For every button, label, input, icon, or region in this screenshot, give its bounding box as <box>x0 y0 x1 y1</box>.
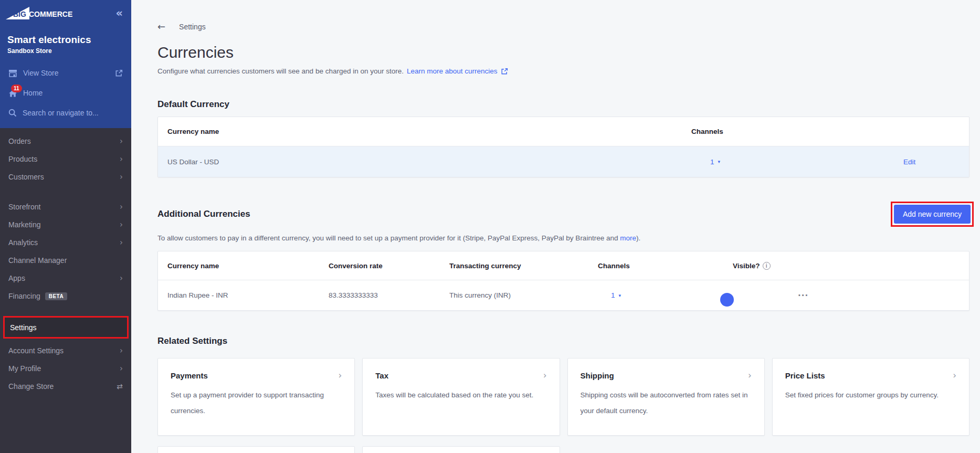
channels-dropdown[interactable]: 1 ▾ <box>710 158 720 166</box>
chevron-right-icon: › <box>338 370 342 381</box>
caret-down-icon: ▾ <box>619 293 621 298</box>
related-card-tax[interactable]: Tax › Taxes will be calculated based on … <box>362 358 560 436</box>
additional-currencies-description: To allow customers to pay in a different… <box>157 234 970 242</box>
search-input[interactable] <box>23 109 112 117</box>
page-description: Configure what currencies customers will… <box>157 67 404 75</box>
menu-label: Channel Manager <box>8 256 67 265</box>
card-description: Shipping costs will be autoconverted fro… <box>581 387 752 418</box>
breadcrumb-settings[interactable]: Settings <box>179 23 206 31</box>
related-card-stub[interactable] <box>362 446 560 453</box>
sidebar: BIG COMMERCE « Smart electronics Sandbox… <box>0 0 131 453</box>
breadcrumb: ← Settings <box>157 21 970 32</box>
related-card-stub[interactable] <box>157 446 355 453</box>
sidebar-item-marketing[interactable]: Marketing › <box>0 216 131 234</box>
chevron-right-icon: › <box>543 370 547 381</box>
store-name: Smart electronics <box>0 20 131 46</box>
sidebar-item-financing[interactable]: Financing BETA <box>0 287 131 305</box>
sidebar-item-orders[interactable]: Orders › <box>0 132 131 150</box>
chevron-right-icon: › <box>120 154 123 164</box>
sidebar-item-account-settings[interactable]: Account Settings › <box>0 342 131 360</box>
chevron-right-icon: › <box>120 364 123 373</box>
overflow-menu-icon[interactable]: ··· <box>791 291 808 300</box>
menu-label: Analytics <box>8 238 38 247</box>
column-header-conversion-rate: Conversion rate <box>329 262 449 270</box>
sidebar-item-products[interactable]: Products › <box>0 150 131 168</box>
toggle-knob <box>720 293 734 307</box>
column-header-currency-name: Currency name <box>158 262 329 270</box>
sidebar-search[interactable] <box>0 103 131 123</box>
channels-dropdown[interactable]: 1 ▾ <box>611 291 621 299</box>
edit-link[interactable]: Edit <box>903 158 915 166</box>
swap-store-icon: ⇄ <box>117 382 123 391</box>
description-text: ). <box>636 234 640 242</box>
view-store-label: View Store <box>23 69 58 77</box>
related-card-shipping[interactable]: Shipping › Shipping costs will be autoco… <box>567 358 765 436</box>
chevron-right-icon: › <box>120 220 123 229</box>
card-description: Set up a payment provider to support tra… <box>171 387 342 418</box>
sidebar-item-view-store[interactable]: View Store <box>0 63 131 83</box>
chevron-right-icon: › <box>953 370 956 381</box>
conversion-rate-cell: 83.3333333333 <box>329 291 449 299</box>
chevron-right-icon: › <box>120 136 123 146</box>
sidebar-item-settings[interactable]: Settings <box>5 318 127 337</box>
additional-currencies-heading: Additional Currencies <box>157 209 250 219</box>
card-title: Payments <box>171 371 208 380</box>
column-header-transacting-currency: Transacting currency <box>449 262 598 270</box>
menu-label: Financing <box>8 292 40 300</box>
menu-label: Change Store <box>8 382 54 391</box>
app-window: BIG COMMERCE « Smart electronics Sandbox… <box>0 0 980 453</box>
sidebar-item-apps[interactable]: Apps › <box>0 269 131 287</box>
chevron-right-icon: › <box>120 202 123 212</box>
more-link[interactable]: more <box>620 234 636 242</box>
sidebar-collapse-icon[interactable]: « <box>115 8 123 19</box>
chevron-right-icon: › <box>748 370 752 381</box>
sidebar-item-analytics[interactable]: Analytics › <box>0 234 131 251</box>
back-arrow-icon[interactable]: ← <box>157 21 165 32</box>
info-icon[interactable]: i <box>763 262 771 270</box>
menu-label: Account Settings <box>8 346 64 355</box>
column-header-visible: Visible? <box>733 262 760 270</box>
page-title: Currencies <box>157 44 970 61</box>
main-content: ← Settings Currencies Configure what cur… <box>131 0 980 453</box>
learn-more-link[interactable]: Learn more about currencies <box>407 67 498 75</box>
transacting-currency-cell: This currency (INR) <box>449 291 598 299</box>
column-header-channels: Channels <box>691 128 802 135</box>
table-row: US Dollar - USD 1 ▾ Edit <box>158 146 969 177</box>
sidebar-store-header: BIG COMMERCE « Smart electronics Sandbox… <box>0 0 131 128</box>
annotation-box-settings: Settings <box>3 316 129 339</box>
search-icon <box>8 109 17 117</box>
channels-count: 1 <box>710 158 714 166</box>
sidebar-item-channel-manager[interactable]: Channel Manager <box>0 251 131 269</box>
menu-label: Settings <box>10 323 37 332</box>
card-title: Shipping <box>581 371 614 380</box>
card-title: Tax <box>375 371 388 380</box>
menu-label: Customers <box>8 173 44 181</box>
chevron-right-icon: › <box>120 346 123 355</box>
table-header-row: Currency name Conversion rate Transactin… <box>158 251 969 280</box>
sidebar-item-home[interactable]: 11 Home <box>0 83 131 103</box>
currency-name-cell: Indian Rupee - INR <box>158 291 329 299</box>
svg-text:BIG: BIG <box>13 10 26 18</box>
menu-label: Orders <box>8 137 31 145</box>
sidebar-item-change-store[interactable]: Change Store ⇄ <box>0 377 131 395</box>
related-settings-cards-row2 <box>157 446 970 453</box>
sidebar-item-my-profile[interactable]: My Profile › <box>0 360 131 377</box>
chevron-right-icon: › <box>120 273 123 283</box>
annotation-box-add-currency: Add new currency <box>891 202 974 227</box>
sidebar-item-storefront[interactable]: Storefront › <box>0 198 131 216</box>
column-header-channels: Channels <box>598 262 733 270</box>
card-title: Price Lists <box>785 371 825 380</box>
storefront-icon <box>8 69 17 77</box>
column-header-currency-name: Currency name <box>158 128 691 135</box>
add-new-currency-button[interactable]: Add new currency <box>894 205 971 224</box>
bigcommerce-logo: BIG COMMERCE <box>5 6 85 20</box>
currency-name-cell: US Dollar - USD <box>158 158 691 166</box>
related-card-payments[interactable]: Payments › Set up a payment provider to … <box>157 358 355 436</box>
default-currency-heading: Default Currency <box>157 99 970 110</box>
sidebar-menu: Orders › Products › Customers › Storefro… <box>0 128 131 453</box>
channels-count: 1 <box>611 291 615 299</box>
sidebar-item-customers[interactable]: Customers › <box>0 168 131 186</box>
related-settings-heading: Related Settings <box>157 336 970 346</box>
related-card-price-lists[interactable]: Price Lists › Set fixed prices for custo… <box>772 358 970 436</box>
home-label: Home <box>23 89 43 97</box>
